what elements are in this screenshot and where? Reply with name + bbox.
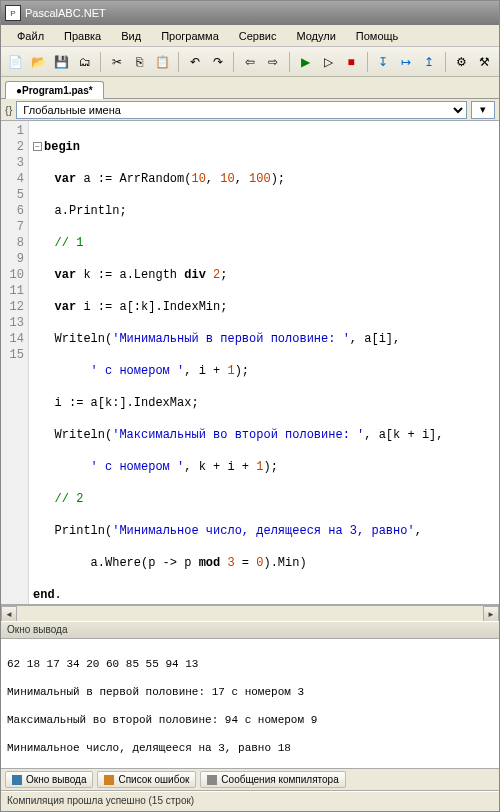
run-noargs-icon[interactable]: ▷: [318, 51, 339, 73]
output-line: Минимальный в первой половине: 17 с номе…: [7, 685, 493, 699]
scroll-track[interactable]: [17, 606, 483, 621]
code-text[interactable]: −begin var a := ArrRandom(10, 10, 100); …: [29, 121, 499, 604]
app-title: PascalABC.NET: [25, 7, 106, 19]
toolbar: 📄 📂 💾 🗂 ✂ ⎘ 📋 ↶ ↷ ⇦ ⇨ ▶ ▷ ■ ↧ ↦ ↥ ⚙ ⚒: [1, 47, 499, 77]
menu-view[interactable]: Вид: [111, 28, 151, 44]
output-line: Минимальное число, делящееся на 3, равно…: [7, 741, 493, 755]
menu-file[interactable]: Файл: [7, 28, 54, 44]
line-gutter: 123 456 789 101112 131415: [1, 121, 29, 604]
scroll-right-icon[interactable]: ►: [483, 606, 499, 622]
toolbar-separator: [445, 52, 446, 72]
menu-help[interactable]: Помощь: [346, 28, 409, 44]
file-tabs: ●Program1.pas*: [1, 77, 499, 99]
new-file-icon[interactable]: 📄: [5, 51, 26, 73]
menu-service[interactable]: Сервис: [229, 28, 287, 44]
title-bar: P PascalABC.NET: [1, 1, 499, 25]
cut-icon[interactable]: ✂: [106, 51, 127, 73]
output-line: Максимальный во второй половине: 94 с но…: [7, 713, 493, 727]
paste-icon[interactable]: 📋: [152, 51, 173, 73]
output-panel-title: Окно вывода: [1, 621, 499, 639]
toolbar-separator: [100, 52, 101, 72]
tab-output[interactable]: Окно вывода: [5, 771, 93, 788]
toolbar-separator: [367, 52, 368, 72]
open-file-icon[interactable]: 📂: [28, 51, 49, 73]
scope-select[interactable]: Глобальные имена: [16, 101, 467, 119]
file-tab-program1[interactable]: ●Program1.pas*: [5, 81, 104, 99]
copy-icon[interactable]: ⎘: [129, 51, 150, 73]
compile-icon[interactable]: ⚙: [451, 51, 472, 73]
toolbar-separator: [233, 52, 234, 72]
step-out-icon[interactable]: ↥: [419, 51, 440, 73]
tab-error-list[interactable]: Список ошибок: [97, 771, 196, 788]
bottom-tabs: Окно вывода Список ошибок Сообщения комп…: [1, 769, 499, 791]
save-icon[interactable]: 💾: [51, 51, 72, 73]
menu-program[interactable]: Программа: [151, 28, 229, 44]
app-icon: P: [5, 5, 21, 21]
scroll-left-icon[interactable]: ◄: [1, 606, 17, 622]
status-bar: Компиляция прошла успешно (15 строк): [1, 791, 499, 811]
menu-bar: Файл Правка Вид Программа Сервис Модули …: [1, 25, 499, 47]
nav-back-icon[interactable]: ⇦: [239, 51, 260, 73]
menu-modules[interactable]: Модули: [286, 28, 345, 44]
step-over-icon[interactable]: ↦: [396, 51, 417, 73]
output-panel[interactable]: 62 18 17 34 20 60 85 55 94 13 Минимальны…: [1, 639, 499, 769]
toolbar-separator: [289, 52, 290, 72]
code-editor[interactable]: 123 456 789 101112 131415 −begin var a :…: [1, 121, 499, 605]
status-text: Компиляция прошла успешно (15 строк): [7, 795, 194, 806]
undo-icon[interactable]: ↶: [184, 51, 205, 73]
redo-icon[interactable]: ↷: [207, 51, 228, 73]
scope-bar: {} Глобальные имена ▾: [1, 99, 499, 121]
editor-h-scrollbar[interactable]: ◄ ►: [1, 605, 499, 621]
step-into-icon[interactable]: ↧: [373, 51, 394, 73]
scope-icon: {}: [5, 104, 12, 116]
nav-forward-icon[interactable]: ⇨: [262, 51, 283, 73]
toolbar-separator: [178, 52, 179, 72]
members-select[interactable]: ▾: [471, 101, 495, 119]
tab-compiler-messages[interactable]: Сообщения компилятора: [200, 771, 345, 788]
menu-edit[interactable]: Правка: [54, 28, 111, 44]
fold-icon[interactable]: −: [33, 142, 42, 151]
save-all-icon[interactable]: 🗂: [74, 51, 95, 73]
output-line: 62 18 17 34 20 60 85 55 94 13: [7, 657, 493, 671]
stop-icon[interactable]: ■: [341, 51, 362, 73]
build-icon[interactable]: ⚒: [474, 51, 495, 73]
run-icon[interactable]: ▶: [295, 51, 316, 73]
